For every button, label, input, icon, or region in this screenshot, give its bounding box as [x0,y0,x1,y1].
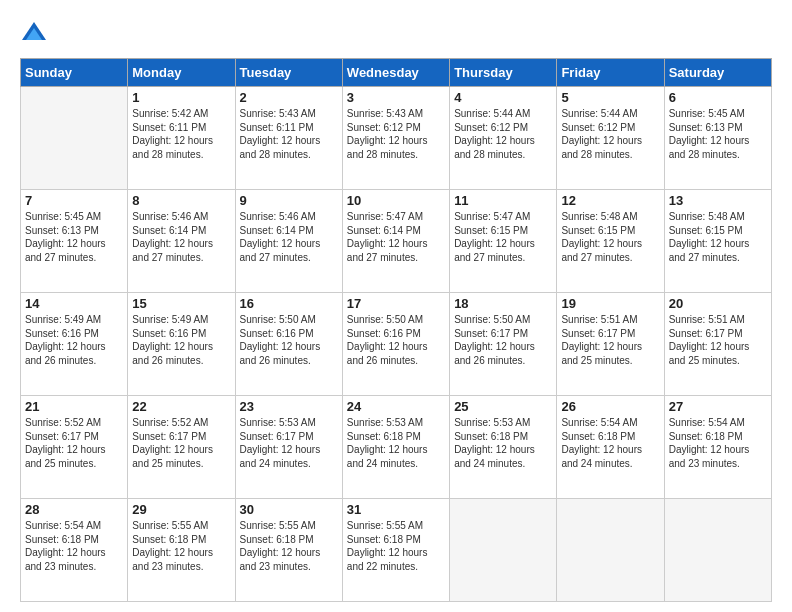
day-info: Sunrise: 5:54 AM Sunset: 6:18 PM Dayligh… [561,416,659,470]
calendar-cell: 8Sunrise: 5:46 AM Sunset: 6:14 PM Daylig… [128,190,235,293]
weekday-header-friday: Friday [557,59,664,87]
calendar-cell [664,499,771,602]
day-number: 12 [561,193,659,208]
day-number: 9 [240,193,338,208]
day-number: 14 [25,296,123,311]
calendar-cell: 23Sunrise: 5:53 AM Sunset: 6:17 PM Dayli… [235,396,342,499]
day-number: 16 [240,296,338,311]
calendar-cell: 27Sunrise: 5:54 AM Sunset: 6:18 PM Dayli… [664,396,771,499]
calendar-cell: 17Sunrise: 5:50 AM Sunset: 6:16 PM Dayli… [342,293,449,396]
calendar-cell: 13Sunrise: 5:48 AM Sunset: 6:15 PM Dayli… [664,190,771,293]
day-info: Sunrise: 5:47 AM Sunset: 6:15 PM Dayligh… [454,210,552,264]
calendar-cell: 21Sunrise: 5:52 AM Sunset: 6:17 PM Dayli… [21,396,128,499]
weekday-header-wednesday: Wednesday [342,59,449,87]
day-number: 10 [347,193,445,208]
day-info: Sunrise: 5:42 AM Sunset: 6:11 PM Dayligh… [132,107,230,161]
calendar-cell: 28Sunrise: 5:54 AM Sunset: 6:18 PM Dayli… [21,499,128,602]
calendar-cell: 20Sunrise: 5:51 AM Sunset: 6:17 PM Dayli… [664,293,771,396]
day-info: Sunrise: 5:53 AM Sunset: 6:18 PM Dayligh… [347,416,445,470]
day-number: 6 [669,90,767,105]
calendar-cell: 31Sunrise: 5:55 AM Sunset: 6:18 PM Dayli… [342,499,449,602]
calendar-cell [557,499,664,602]
header [20,20,772,48]
day-number: 3 [347,90,445,105]
day-info: Sunrise: 5:44 AM Sunset: 6:12 PM Dayligh… [454,107,552,161]
day-number: 8 [132,193,230,208]
day-number: 29 [132,502,230,517]
day-number: 28 [25,502,123,517]
day-info: Sunrise: 5:49 AM Sunset: 6:16 PM Dayligh… [132,313,230,367]
day-info: Sunrise: 5:48 AM Sunset: 6:15 PM Dayligh… [561,210,659,264]
day-info: Sunrise: 5:54 AM Sunset: 6:18 PM Dayligh… [25,519,123,573]
calendar-week-4: 21Sunrise: 5:52 AM Sunset: 6:17 PM Dayli… [21,396,772,499]
day-info: Sunrise: 5:52 AM Sunset: 6:17 PM Dayligh… [132,416,230,470]
day-info: Sunrise: 5:49 AM Sunset: 6:16 PM Dayligh… [25,313,123,367]
day-info: Sunrise: 5:46 AM Sunset: 6:14 PM Dayligh… [132,210,230,264]
day-number: 20 [669,296,767,311]
weekday-header-thursday: Thursday [450,59,557,87]
day-info: Sunrise: 5:55 AM Sunset: 6:18 PM Dayligh… [240,519,338,573]
day-number: 18 [454,296,552,311]
day-info: Sunrise: 5:52 AM Sunset: 6:17 PM Dayligh… [25,416,123,470]
day-number: 31 [347,502,445,517]
calendar-cell: 18Sunrise: 5:50 AM Sunset: 6:17 PM Dayli… [450,293,557,396]
calendar-cell: 12Sunrise: 5:48 AM Sunset: 6:15 PM Dayli… [557,190,664,293]
day-number: 13 [669,193,767,208]
day-number: 27 [669,399,767,414]
calendar-header-row: SundayMondayTuesdayWednesdayThursdayFrid… [21,59,772,87]
calendar-cell: 25Sunrise: 5:53 AM Sunset: 6:18 PM Dayli… [450,396,557,499]
calendar-cell: 29Sunrise: 5:55 AM Sunset: 6:18 PM Dayli… [128,499,235,602]
day-number: 11 [454,193,552,208]
logo-icon [20,20,48,48]
calendar-cell: 16Sunrise: 5:50 AM Sunset: 6:16 PM Dayli… [235,293,342,396]
page: SundayMondayTuesdayWednesdayThursdayFrid… [0,0,792,612]
weekday-header-monday: Monday [128,59,235,87]
calendar-cell: 22Sunrise: 5:52 AM Sunset: 6:17 PM Dayli… [128,396,235,499]
day-number: 7 [25,193,123,208]
day-info: Sunrise: 5:50 AM Sunset: 6:16 PM Dayligh… [240,313,338,367]
day-number: 4 [454,90,552,105]
calendar-cell [450,499,557,602]
calendar-cell: 7Sunrise: 5:45 AM Sunset: 6:13 PM Daylig… [21,190,128,293]
calendar-cell: 1Sunrise: 5:42 AM Sunset: 6:11 PM Daylig… [128,87,235,190]
day-info: Sunrise: 5:50 AM Sunset: 6:16 PM Dayligh… [347,313,445,367]
day-info: Sunrise: 5:51 AM Sunset: 6:17 PM Dayligh… [669,313,767,367]
day-info: Sunrise: 5:44 AM Sunset: 6:12 PM Dayligh… [561,107,659,161]
day-info: Sunrise: 5:50 AM Sunset: 6:17 PM Dayligh… [454,313,552,367]
day-info: Sunrise: 5:48 AM Sunset: 6:15 PM Dayligh… [669,210,767,264]
calendar-cell: 30Sunrise: 5:55 AM Sunset: 6:18 PM Dayli… [235,499,342,602]
day-number: 17 [347,296,445,311]
day-number: 23 [240,399,338,414]
day-number: 5 [561,90,659,105]
day-number: 25 [454,399,552,414]
calendar-table: SundayMondayTuesdayWednesdayThursdayFrid… [20,58,772,602]
calendar-cell: 15Sunrise: 5:49 AM Sunset: 6:16 PM Dayli… [128,293,235,396]
calendar-cell: 9Sunrise: 5:46 AM Sunset: 6:14 PM Daylig… [235,190,342,293]
day-info: Sunrise: 5:43 AM Sunset: 6:11 PM Dayligh… [240,107,338,161]
calendar-cell: 6Sunrise: 5:45 AM Sunset: 6:13 PM Daylig… [664,87,771,190]
day-number: 2 [240,90,338,105]
day-info: Sunrise: 5:54 AM Sunset: 6:18 PM Dayligh… [669,416,767,470]
calendar-cell: 3Sunrise: 5:43 AM Sunset: 6:12 PM Daylig… [342,87,449,190]
day-info: Sunrise: 5:55 AM Sunset: 6:18 PM Dayligh… [132,519,230,573]
day-number: 24 [347,399,445,414]
day-number: 30 [240,502,338,517]
calendar-cell: 2Sunrise: 5:43 AM Sunset: 6:11 PM Daylig… [235,87,342,190]
calendar-cell: 11Sunrise: 5:47 AM Sunset: 6:15 PM Dayli… [450,190,557,293]
logo [20,20,52,48]
day-info: Sunrise: 5:51 AM Sunset: 6:17 PM Dayligh… [561,313,659,367]
day-info: Sunrise: 5:46 AM Sunset: 6:14 PM Dayligh… [240,210,338,264]
day-info: Sunrise: 5:53 AM Sunset: 6:18 PM Dayligh… [454,416,552,470]
day-number: 19 [561,296,659,311]
day-number: 15 [132,296,230,311]
calendar-week-3: 14Sunrise: 5:49 AM Sunset: 6:16 PM Dayli… [21,293,772,396]
day-info: Sunrise: 5:45 AM Sunset: 6:13 PM Dayligh… [669,107,767,161]
day-info: Sunrise: 5:55 AM Sunset: 6:18 PM Dayligh… [347,519,445,573]
day-number: 21 [25,399,123,414]
calendar-week-2: 7Sunrise: 5:45 AM Sunset: 6:13 PM Daylig… [21,190,772,293]
day-info: Sunrise: 5:53 AM Sunset: 6:17 PM Dayligh… [240,416,338,470]
calendar-cell: 14Sunrise: 5:49 AM Sunset: 6:16 PM Dayli… [21,293,128,396]
calendar-week-5: 28Sunrise: 5:54 AM Sunset: 6:18 PM Dayli… [21,499,772,602]
calendar-cell: 4Sunrise: 5:44 AM Sunset: 6:12 PM Daylig… [450,87,557,190]
calendar-cell: 24Sunrise: 5:53 AM Sunset: 6:18 PM Dayli… [342,396,449,499]
